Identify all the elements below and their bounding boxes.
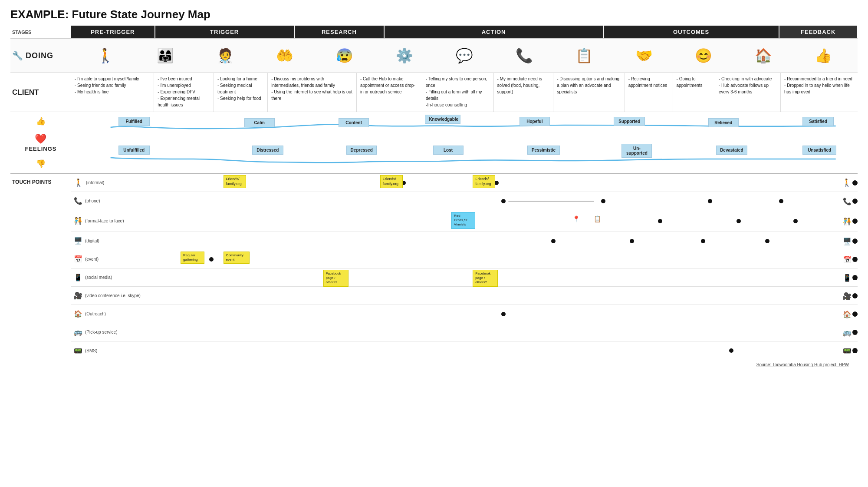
tp-row-video: 🎥 (video conference i.e. skype) 🎥 [71, 287, 858, 305]
formal-curve-svg [145, 210, 858, 232]
client-cell-0: - I'm able to support myself/family - Se… [71, 73, 154, 112]
social-text: (social media) [85, 275, 112, 280]
client-row: CLIENT - I'm able to support myself/fami… [10, 73, 858, 112]
doing-label: 🔧 DOING [10, 48, 71, 63]
stages-header: STAGES PRE-TRIGGER TRIGGER RESEARCH ACTI… [10, 26, 858, 38]
feelings-label: 👍 ❤️ FEELINGS 👎 [10, 112, 71, 173]
feeling-fulfilled: Fulfilled [118, 117, 150, 126]
feeling-devastated: Devastated [716, 146, 747, 155]
sms-dot-1 [729, 348, 733, 353]
stage-feedback: FEEDBACK [779, 26, 858, 38]
doing-icon-meeting: 🤝 [635, 47, 653, 64]
client-cell-3: - Discuss my problems with intermediarie… [268, 73, 357, 112]
pickup-icon: 🚌 [74, 328, 82, 336]
informal-icon: 🚶 [74, 178, 83, 188]
doing-icon-stressed: 😰 [336, 47, 353, 64]
digital-text: (digital) [85, 239, 99, 243]
client-label: CLIENT [10, 73, 71, 112]
feelings-text: FEELINGS [25, 146, 56, 152]
tp-track-video: 🎥 [145, 287, 858, 305]
stages-label: STAGES [10, 26, 71, 38]
social-icon-right: 📱 [843, 273, 852, 282]
pickup-text: (Pick-up service) [85, 330, 117, 335]
source-text: Source: Toowoomba Housing Hub project, H… [756, 362, 849, 367]
thumbs-up-icon: 👍 [36, 116, 46, 126]
event-dot-1 [209, 257, 214, 262]
sms-icon-right: 📟 [843, 347, 852, 355]
phone-arrows-svg [145, 192, 858, 210]
wrench-icon: 🔧 [12, 50, 23, 61]
page: EXAMPLE: Future State Journey Map STAGES… [0, 0, 868, 373]
feeling-knowledgable: Knowledgable [425, 115, 460, 124]
sms-text: (SMS) [85, 348, 97, 353]
touchpoints-section: TOUCH POINTS 🚶 (informal) Friends/family… [10, 174, 858, 360]
outreach-dot-1 [501, 312, 506, 316]
digital-dot-1 [551, 239, 556, 243]
digital-dot-right [852, 239, 858, 244]
tp-track-informal: Friends/family.org Friends/family.org Fr… [145, 174, 858, 192]
formal-text: (formal-face to face) [85, 219, 124, 223]
touchpoints-label: TOUCH POINTS [10, 174, 71, 360]
event-text: (event) [85, 257, 99, 262]
outreach-dot-right [852, 311, 858, 317]
tp-label-video: 🎥 (video conference i.e. skype) [71, 292, 145, 300]
feeling-unsatisfied: Unsatisfied [802, 146, 836, 155]
feelings-chart: Fulfilled Calm Content Knowledgable Hope… [71, 112, 858, 173]
feeling-pessimistic: Pessimistic [527, 146, 560, 155]
social-dot-right [852, 275, 858, 280]
doing-icon-smiley: 😊 [695, 47, 712, 64]
client-cell-2: - Looking for a home - Seeking medical t… [214, 73, 268, 112]
feeling-hopeful: Hopeful [519, 117, 550, 126]
heart-icon: ❤️ [35, 133, 46, 145]
digital-icon: 🖥️ [74, 237, 82, 245]
doing-icon-person: 🤲 [276, 47, 293, 64]
client-cell-1: - I've been injured - I'm unemployed - E… [154, 73, 214, 112]
doing-icons-area: 🚶 👨‍👩‍👧 🧑‍⚕️ 🤲 😰 ⚙️ 💬 📞 📋 🤝 😊 🏠 👍 [71, 46, 858, 66]
client-cell-5: - Telling my story to one person, once -… [422, 73, 493, 112]
phone-icon: 📞 [74, 197, 82, 205]
outreach-text: (Outreach) [85, 311, 106, 316]
tp-track-pickup: 🚌 [145, 323, 858, 341]
phone-text: (phone) [85, 199, 100, 203]
touchpoints-content: 🚶 (informal) Friends/family.org Friends/… [71, 174, 858, 360]
client-cell-6: - My immediate need is solved (food, hou… [494, 73, 554, 112]
tp-row-event: 📅 (event) Regular gathering Community ev… [71, 250, 858, 268]
digital-dot-2 [630, 239, 634, 243]
video-icon: 🎥 [74, 292, 82, 300]
thumbs-down-icon: 👎 [36, 159, 46, 169]
stage-trigger: TRIGGER [155, 26, 295, 38]
doing-icon-doctor: 🧑‍⚕️ [217, 47, 234, 64]
doing-icon-clipboard: 📋 [575, 47, 593, 64]
tp-label-event: 📅 (event) [71, 255, 145, 263]
video-dot-right [852, 293, 858, 298]
feelings-row: 👍 ❤️ FEELINGS 👎 Fulfilled Calm Content K… [10, 112, 858, 174]
page-title: EXAMPLE: Future State Journey Map [10, 8, 858, 21]
formal-icon-right: 🧑‍🤝‍🧑 [843, 217, 852, 225]
tp-track-event: Regular gathering Community event 📅 [145, 250, 858, 268]
formal-dot-3 [736, 219, 741, 223]
feeling-distressed: Distressed [252, 146, 283, 155]
digital-dot-4 [765, 239, 769, 243]
tp-row-informal: 🚶 (informal) Friends/family.org Friends/… [71, 174, 858, 192]
pickup-dot-right [852, 330, 858, 335]
client-cell-10: - Checking in with advocate - Hub advoca… [715, 73, 781, 112]
doing-icon-chat: 💬 [456, 47, 473, 64]
feeling-content: Content [339, 118, 369, 127]
client-cell-11: - Recommended to a friend in need - Drop… [781, 73, 858, 112]
feeling-unfulfilled: Unfulfilled [118, 146, 150, 155]
digital-icon-right: 🖥️ [843, 237, 852, 245]
clipboard-icon: 📋 [594, 215, 601, 222]
stage-research: RESEARCH [295, 26, 385, 38]
feeling-depressed: Depressed [346, 146, 377, 155]
tp-track-phone: 📞 [145, 192, 858, 210]
feelings-curve-svg [71, 112, 858, 173]
client-cell-9: - Going to appointments [673, 73, 715, 112]
doing-icon-walk: 🚶 [97, 47, 114, 64]
tp-label-pickup: 🚌 (Pick-up service) [71, 328, 145, 336]
feeling-lost: Lost [433, 146, 464, 155]
event-icon: 📅 [74, 255, 82, 263]
doing-text: DOING [26, 51, 53, 60]
tp-label-digital: 🖥️ (digital) [71, 237, 145, 245]
outreach-icon-right: 🏠 [843, 310, 852, 318]
informal-icon-right: 🚶 [842, 178, 852, 188]
